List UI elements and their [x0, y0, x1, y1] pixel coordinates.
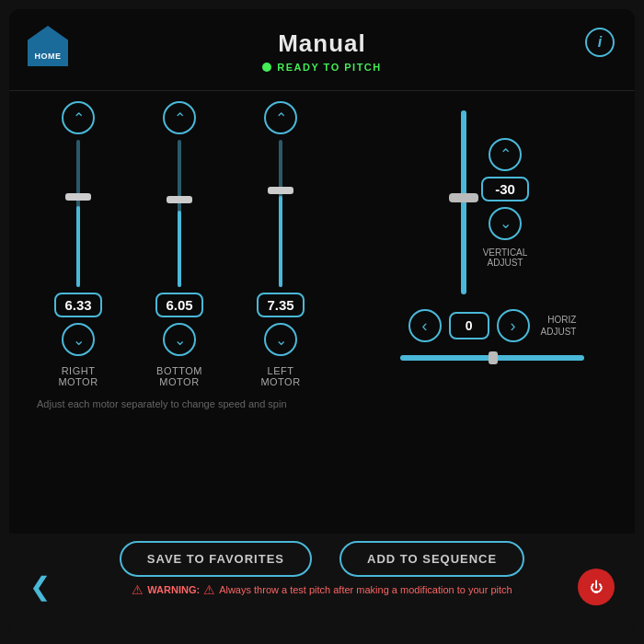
info-icon: i — [598, 34, 602, 51]
page-title: Manual — [262, 29, 382, 58]
right-motor-track-active — [76, 206, 80, 287]
vertical-slider[interactable] — [455, 110, 472, 294]
vertical-value: -30 — [481, 177, 529, 201]
instructions-text: Adjust each motor separately to change s… — [28, 398, 377, 409]
status-indicator — [262, 63, 271, 72]
vertical-adjust-group: ⌃ -30 ⌄ VERTICALADJUST — [455, 110, 529, 294]
bottom-motor-down[interactable]: ⌄ — [163, 323, 196, 356]
bottom-motor-label: BOTTOMMOTOR — [156, 365, 202, 387]
vertical-track — [461, 110, 466, 294]
left-motor-up[interactable]: ⌃ — [264, 101, 297, 134]
horiz-right-btn[interactable]: › — [497, 309, 530, 342]
save-favorites-button[interactable]: SAVE TO FAVORITES — [120, 541, 312, 577]
horiz-label: HORIZADJUST — [541, 314, 577, 338]
bottom-motor-value: 6.05 — [155, 293, 203, 317]
left-motor-slider[interactable] — [272, 140, 289, 287]
left-motor-control: ⌃ 7.35 ⌄ LEFTMOTOR — [239, 101, 322, 387]
bottom-motor-thumb[interactable] — [167, 196, 192, 203]
bottom-motor-up[interactable]: ⌃ — [163, 101, 196, 134]
home-button[interactable]: HOME — [28, 26, 68, 66]
warning-text: Always throw a test pitch after making a… — [219, 584, 512, 595]
stop-icon: ⏻ — [590, 580, 603, 594]
bottom-motor-control: ⌃ 6.05 ⌄ BOTTOMMOTOR — [138, 101, 221, 387]
right-motor-value: 6.33 — [54, 293, 102, 317]
left-motor-down[interactable]: ⌄ — [264, 323, 297, 356]
right-motor-slider[interactable] — [70, 140, 86, 287]
stop-button[interactable]: ⏻ — [578, 569, 615, 605]
vertical-controls: ⌃ -30 ⌄ VERTICALADJUST — [481, 138, 529, 268]
warning-row: ⚠ WARNING: ⚠ Always throw a test pitch a… — [132, 582, 512, 597]
right-motor-label: RIGHTMOTOR — [58, 365, 98, 387]
left-motor-label: LEFTMOTOR — [260, 365, 300, 387]
action-buttons: SAVE TO FAVORITES ADD TO SEQUENCE — [120, 541, 524, 577]
horiz-value: 0 — [449, 312, 489, 339]
warning-label: WARNING: — [147, 584, 200, 595]
bottom-motor-track-active — [178, 211, 181, 287]
bottom-bar: SAVE TO FAVORITES ADD TO SEQUENCE ⚠ WARN… — [9, 534, 635, 635]
vertical-down[interactable]: ⌄ — [489, 207, 522, 240]
vertical-label: VERTICALADJUST — [483, 247, 528, 268]
vertical-up[interactable]: ⌃ — [489, 138, 522, 171]
header: HOME Manual READY TO PITCH i — [9, 9, 635, 92]
info-button[interactable]: i — [585, 28, 615, 57]
right-motor-control: ⌃ 6.33 ⌄ RIGHTMOTOR — [37, 101, 120, 387]
right-motor-down[interactable]: ⌄ — [62, 323, 95, 356]
left-motor-track-active — [279, 196, 282, 287]
status-row: READY TO PITCH — [262, 62, 382, 73]
horizontal-adjust-group: ‹ 0 › HORIZADJUST — [377, 309, 607, 342]
horiz-left-btn[interactable]: ‹ — [408, 309, 442, 342]
status-text: READY TO PITCH — [277, 62, 382, 73]
bottom-motor-slider[interactable] — [171, 140, 188, 287]
home-label: HOME — [35, 52, 62, 66]
title-area: Manual READY TO PITCH — [262, 29, 382, 73]
horiz-thumb[interactable] — [489, 351, 498, 364]
back-button[interactable]: ❮ — [29, 574, 51, 600]
warning-icon-left: ⚠ — [132, 582, 144, 597]
right-motor-up[interactable]: ⌃ — [62, 101, 95, 134]
right-motor-thumb[interactable] — [65, 193, 91, 201]
horiz-slider-track-container — [400, 351, 584, 364]
motors-section: ⌃ 6.33 ⌄ RIGHTMOTOR — [28, 101, 377, 409]
vertical-thumb[interactable] — [449, 193, 478, 202]
main-content: ⌃ 6.33 ⌄ RIGHTMOTOR — [9, 92, 635, 534]
warning-icon-right: ⚠ — [203, 582, 215, 597]
header-divider — [9, 90, 635, 91]
left-motor-thumb[interactable] — [268, 187, 293, 194]
motors-row: ⌃ 6.33 ⌄ RIGHTMOTOR — [28, 101, 377, 387]
left-motor-value: 7.35 — [257, 293, 305, 317]
adjust-section: ⌃ -30 ⌄ VERTICALADJUST ‹ 0 › HORIZADJUST — [377, 101, 616, 364]
add-sequence-button[interactable]: ADD TO SEQUENCE — [339, 541, 524, 577]
